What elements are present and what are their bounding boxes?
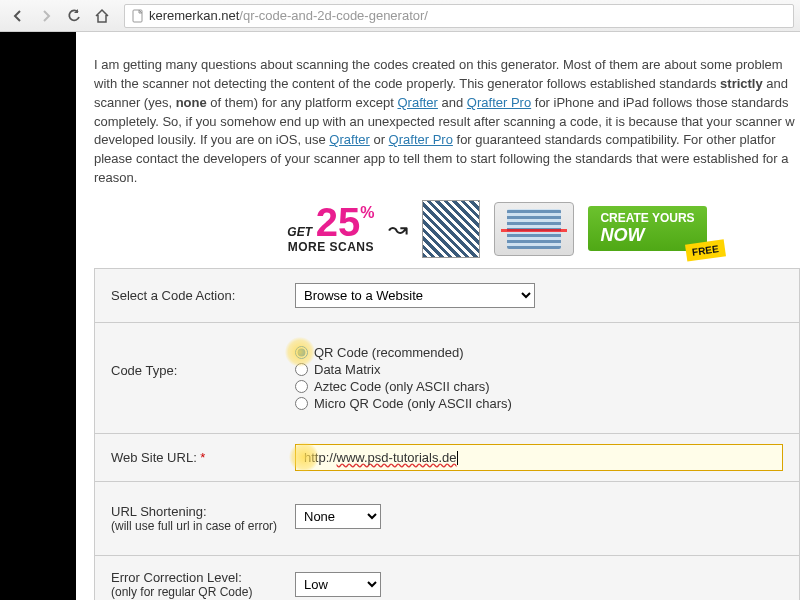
link-qrafter-pro-2[interactable]: Qrafter Pro bbox=[389, 132, 453, 147]
text-caret bbox=[457, 451, 458, 465]
back-button[interactable] bbox=[6, 4, 30, 28]
left-sidebar-black bbox=[0, 32, 76, 600]
link-qrafter-pro-1[interactable]: Qrafter Pro bbox=[467, 95, 531, 110]
row-website-url: Web Site URL: * http://www.psd-tutorials… bbox=[95, 434, 799, 483]
label-error-correction: Error Correction Level: (only for regula… bbox=[111, 570, 295, 599]
row-code-action: Select a Code Action: Browse to a Websit… bbox=[95, 269, 799, 323]
forward-button[interactable] bbox=[34, 4, 58, 28]
link-qrafter-1[interactable]: Qrafter bbox=[397, 95, 437, 110]
qr-sample-icon bbox=[422, 200, 480, 258]
banner-get-more-scans: GET 25% MORE SCANS bbox=[287, 204, 374, 254]
row-code-type: Code Type: QR Code (recommended) Data Ma… bbox=[95, 323, 799, 434]
url-domain: keremerkan.net bbox=[149, 8, 239, 23]
home-button[interactable] bbox=[90, 4, 114, 28]
select-url-shortening[interactable]: None bbox=[295, 504, 381, 529]
intro-paragraph: I am getting many questions about scanni… bbox=[94, 56, 800, 188]
label-code-type: Code Type: bbox=[111, 363, 295, 378]
label-code-action: Select a Code Action: bbox=[111, 288, 295, 303]
label-website-url: Web Site URL: * bbox=[111, 450, 295, 465]
select-code-action[interactable]: Browse to a Website bbox=[295, 283, 535, 308]
phone-scan-icon bbox=[494, 202, 574, 256]
reload-button[interactable] bbox=[62, 4, 86, 28]
generator-form: Select a Code Action: Browse to a Websit… bbox=[94, 268, 800, 600]
radio-aztec-input[interactable] bbox=[295, 380, 308, 393]
arrow-icon: ↝ bbox=[388, 215, 408, 243]
radio-data-matrix[interactable]: Data Matrix bbox=[295, 362, 783, 377]
radio-aztec[interactable]: Aztec Code (only ASCII chars) bbox=[295, 379, 783, 394]
url-path: /qr-code-and-2d-code-generator/ bbox=[239, 8, 428, 23]
page-icon bbox=[131, 9, 145, 23]
browser-toolbar: keremerkan.net/qr-code-and-2d-code-gener… bbox=[0, 0, 800, 32]
input-website-url[interactable]: http://www.psd-tutorials.de bbox=[295, 444, 783, 472]
row-error-correction: Error Correction Level: (only for regula… bbox=[95, 556, 799, 600]
promo-banner: GET 25% MORE SCANS ↝ CREATE YOURS NOW FR… bbox=[94, 200, 800, 258]
radio-qr-code[interactable]: QR Code (recommended) bbox=[295, 345, 783, 360]
radio-qr-code-input[interactable] bbox=[295, 346, 308, 359]
label-url-shortening: URL Shortening: (will use full url in ca… bbox=[111, 504, 295, 533]
row-url-shortening: URL Shortening: (will use full url in ca… bbox=[95, 482, 799, 556]
page-content: I am getting many questions about scanni… bbox=[76, 32, 800, 600]
radio-data-matrix-input[interactable] bbox=[295, 363, 308, 376]
link-qrafter-2[interactable]: Qrafter bbox=[329, 132, 369, 147]
free-tag: FREE bbox=[685, 240, 726, 262]
select-error-correction[interactable]: Low bbox=[295, 572, 381, 597]
url-bar[interactable]: keremerkan.net/qr-code-and-2d-code-gener… bbox=[124, 4, 794, 28]
radio-micro-qr[interactable]: Micro QR Code (only ASCII chars) bbox=[295, 396, 783, 411]
radio-group-code-type: QR Code (recommended) Data Matrix Aztec … bbox=[295, 345, 783, 411]
radio-micro-qr-input[interactable] bbox=[295, 397, 308, 410]
create-yours-button[interactable]: CREATE YOURS NOW FREE bbox=[588, 206, 706, 251]
